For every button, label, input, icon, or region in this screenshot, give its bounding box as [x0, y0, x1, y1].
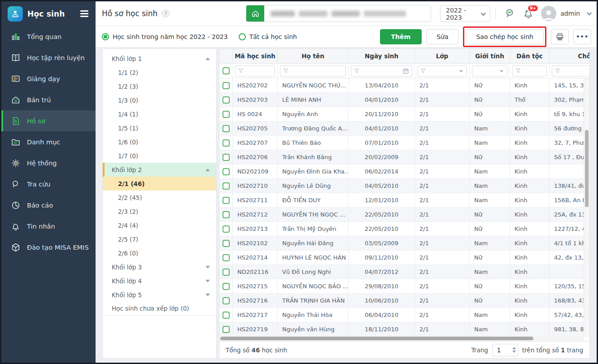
vertical-scrollbar-thumb[interactable] [585, 130, 589, 207]
row-checkbox[interactable] [223, 297, 230, 304]
tree-class-1-6-0[interactable]: 1/6 (0) [103, 135, 216, 149]
row-checkbox[interactable] [223, 269, 230, 276]
tree-class-2-6-0[interactable]: 2/6 (0) [103, 246, 216, 260]
tree-class-1-5-1[interactable]: 1/5 (1) [103, 121, 216, 135]
chevron-down-icon[interactable] [587, 10, 592, 15]
notifications-icon[interactable]: 9+ [523, 8, 534, 19]
tree-class-2-5-7[interactable]: 2/5 (7) [103, 232, 216, 246]
sidebar-item-tong-quan[interactable]: Tổng quan [1, 26, 96, 47]
sidebar-item-hoc-tap-ren-luyen[interactable]: Học tập rèn luyện [1, 47, 96, 68]
row-checkbox[interactable] [223, 240, 230, 247]
vertical-scrollbar[interactable] [584, 78, 589, 336]
column-header-gioi-tinh[interactable]: Giới tính [470, 49, 510, 63]
row-checkbox[interactable] [223, 154, 230, 161]
tree-class-2-3-2[interactable]: 2/3 (2) [103, 204, 216, 218]
sidebar-item-tin-nhan[interactable]: Tin nhắn [1, 216, 96, 237]
row-checkbox[interactable] [223, 283, 230, 290]
table-row[interactable]: HS202711ĐỖ TIẾN DUY12/01/20102/1NamKinh1… [219, 193, 590, 208]
table-row[interactable]: HS202716TRẦN TRỊNH GIA HÂN10/06/20102/1N… [219, 294, 590, 308]
help-icon[interactable]: ? [162, 9, 170, 17]
column-header-ngay-sinh[interactable]: Ngày sinh [349, 49, 415, 63]
column-header-dan-toc[interactable]: Dân tộc [510, 49, 550, 63]
sidebar-item-ho-so[interactable]: Hồ sơ [1, 110, 96, 131]
add-button[interactable]: Thêm [380, 29, 422, 44]
table-row[interactable]: HS202706Trần Khánh Băng20/02/20092/1NữKi… [219, 150, 590, 165]
filter-cho-o-hien-nay-input[interactable] [552, 65, 590, 77]
sidebar-item-danh-muc[interactable]: Danh mục [1, 131, 96, 152]
tree-class-1-2-3[interactable]: 1/2 (3) [103, 79, 216, 93]
menu-icon[interactable] [79, 9, 89, 19]
column-header-ho-ten[interactable]: Họ tên [278, 49, 349, 63]
sidebar-item-giang-day[interactable]: Giảng dạy [1, 68, 96, 89]
row-checkbox[interactable] [223, 96, 230, 104]
school-selector[interactable] [246, 5, 431, 22]
table-row[interactable]: HS202702NGUYỄN NGỌC THÚ...13/04/20102/1N… [219, 78, 590, 93]
table-row[interactable]: HS202102Nguyễn Hải Đăng03/05/20092/1NamK… [219, 236, 590, 251]
tree-group-khoi-lop-1[interactable]: Khối lớp 1 [103, 52, 216, 65]
tree-class-2-4-4[interactable]: 2/4 (4) [103, 218, 216, 232]
table-row[interactable]: HS202710Nguyễn Lê Dũng04/05/20102/1NamKi… [219, 179, 590, 193]
row-checkbox[interactable] [223, 326, 230, 333]
table-row[interactable]: HS202719Nguyễn văn Hùng18/11/20102/1NamK… [219, 322, 590, 337]
row-checkbox[interactable] [223, 211, 230, 218]
tree-group-khoi-lop-2[interactable]: Khối lớp 2 [103, 163, 216, 177]
avatar[interactable] [541, 6, 556, 21]
filter-ma-hoc-sinh-input[interactable] [235, 65, 275, 77]
table-row[interactable]: HS202705Trương Đăng Quốc A...04/01/20102… [219, 121, 590, 136]
table-row[interactable]: HS202714HUỲNH LÊ NGỌC HÂN09/11/20102/1Nữ… [219, 251, 590, 265]
table-row[interactable]: HS202713Trần Thị Mỹ Duyên22/05/20102/1Nữ… [219, 222, 590, 236]
row-checkbox[interactable] [223, 182, 230, 190]
tree-class-1-7-0[interactable]: 1/7 (0) [103, 149, 216, 163]
tree-class-1-3-0[interactable]: 1/3 (0) [103, 93, 216, 107]
row-checkbox[interactable] [223, 225, 230, 233]
tree-class-1-1-2[interactable]: 1/1 (2) [103, 65, 216, 79]
sidebar-item-ban-tru[interactable]: Bán trú [1, 89, 96, 110]
tree-group-khoi-lop-5[interactable]: Khối lớp 5 [103, 288, 216, 302]
sidebar-item-dao-tao-misa-emis[interactable]: Đào tạo MISA EMIS [1, 237, 96, 258]
table-row[interactable]: HS202715NGUYỄN NGỌC BẢO ...29/08/20102/1… [219, 279, 590, 294]
row-checkbox[interactable] [223, 139, 230, 147]
table-row[interactable]: HS 0024Nguyễn Anh20/11/20102/1NữKinhtổ 9… [219, 107, 590, 121]
table-row[interactable]: HS202703LÊ MINH ANH04/01/20102/1NữThổ302… [219, 93, 590, 107]
tree-group-hoc-sinh-chua-xep-lop-0[interactable]: Học sinh chưa xếp lớp (0) [103, 302, 216, 316]
tree-class-2-2-45[interactable]: 2/2 (45) [103, 191, 216, 204]
print-button[interactable] [551, 29, 569, 44]
page-spinner[interactable] [512, 347, 516, 353]
page-number-input[interactable]: 1 [492, 344, 518, 356]
horizontal-scrollbar[interactable] [219, 336, 584, 341]
edit-button[interactable]: Sửa [426, 29, 458, 44]
more-button[interactable]: ••• [573, 29, 591, 44]
tree-group-khoi-lop-3[interactable]: Khối lớp 3 [103, 260, 216, 274]
sidebar-item-he-thong[interactable]: Hệ thống [1, 152, 96, 173]
row-checkbox[interactable] [223, 125, 230, 132]
sidebar-item-bao-cao[interactable]: Báo cáo [1, 195, 96, 216]
row-checkbox[interactable] [223, 312, 230, 319]
sidebar-item-tra-cuu[interactable]: Tra cứu [1, 173, 96, 195]
tree-class-2-1-46[interactable]: 2/1 (46) [103, 177, 216, 191]
filter-dan-toc-input[interactable] [512, 65, 547, 77]
row-checkbox[interactable] [223, 82, 230, 89]
table-row[interactable]: ND202109Nguyễn Đình Gia Kha...06/02/2014… [219, 165, 590, 179]
filter-ho-ten-input[interactable] [280, 65, 346, 77]
school-year-select[interactable]: 2022 - 2023 [440, 5, 490, 22]
column-header-cho-o-hien-nay[interactable]: Chỗ ở hiện nay [550, 49, 590, 63]
column-header-ma-hoc-sinh[interactable]: Mã học sinh [233, 49, 278, 63]
table-row[interactable]: ND202116Vũ Đỗ Long Nghi04/07/20122/1NamK… [219, 265, 590, 279]
row-checkbox[interactable] [223, 111, 230, 118]
row-checkbox[interactable] [223, 168, 230, 175]
table-row[interactable]: HS202712NGUYỄN THỊ NGỌC ...22/05/20102/1… [219, 208, 590, 222]
horizontal-scrollbar-thumb[interactable] [220, 337, 533, 340]
copy-students-button[interactable]: Sao chép học sinh [466, 29, 544, 44]
select-all-checkbox[interactable] [223, 67, 230, 74]
username[interactable]: admin [560, 10, 580, 17]
table-row[interactable]: HS202707Bũ Thiên Bảo07/01/20102/1NamKinh… [219, 136, 590, 150]
radio-all-students[interactable]: Tất cả học sinh [239, 33, 297, 40]
filter-lop-input[interactable] [417, 65, 467, 77]
table-row[interactable]: HS202717Nguyễn Thái Hòa06/04/20102/1NamK… [219, 308, 590, 322]
radio-current-year[interactable]: Học sinh trong năm học 2022 - 2023 [102, 33, 228, 40]
tree-class-1-4-1[interactable]: 1/4 (1) [103, 107, 216, 121]
filter-gioi-tinh-input[interactable] [472, 65, 507, 77]
column-header-lop[interactable]: Lớp [415, 49, 470, 63]
filter-ngay-sinh-input[interactable] [351, 65, 412, 77]
tree-group-khoi-lop-4[interactable]: Khối lớp 4 [103, 274, 216, 288]
